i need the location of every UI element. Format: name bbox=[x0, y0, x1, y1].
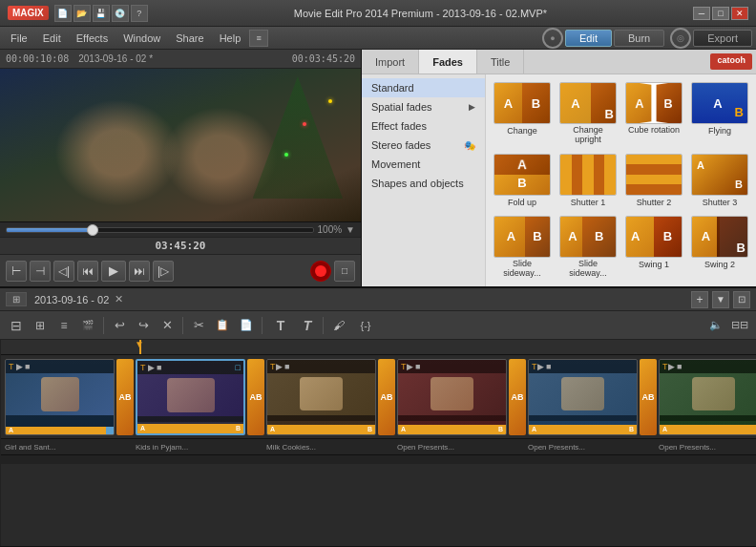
open-icon[interactable]: 📂 bbox=[74, 5, 91, 22]
fade-label-shutter1: Shutter 1 bbox=[571, 198, 606, 207]
fade-item-shutter1[interactable]: Shutter 1 bbox=[557, 152, 619, 209]
timeline-expand-button[interactable]: ⊡ bbox=[733, 291, 750, 308]
fade-label-shutter3: Shutter 3 bbox=[703, 198, 738, 207]
fade-item-shutter3[interactable]: A B Shutter 3 bbox=[689, 152, 750, 209]
help-icon[interactable]: ? bbox=[131, 5, 148, 22]
tab-import[interactable]: Import bbox=[362, 50, 419, 74]
category-stereo-fades[interactable]: Stereo fades 🎭 bbox=[362, 136, 485, 155]
preview-scrubber[interactable]: 100% ▼ bbox=[0, 221, 361, 237]
rewind-button[interactable]: ⏮ bbox=[77, 261, 98, 282]
storyboard-icon[interactable]: ⊞ bbox=[30, 315, 51, 336]
monitor-button[interactable]: □ bbox=[334, 261, 355, 282]
close-button[interactable]: ✕ bbox=[731, 7, 748, 20]
list-icon[interactable]: ≡ bbox=[53, 315, 74, 336]
fade-item-flying[interactable]: A B Flying bbox=[689, 80, 750, 147]
timeline-scrollbar[interactable] bbox=[1, 454, 756, 464]
mode-edit-button[interactable]: Edit bbox=[565, 30, 612, 47]
category-standard[interactable]: Standard bbox=[362, 78, 485, 97]
clip-kids-pyjamas[interactable]: T ▶ ■ □ A B bbox=[136, 359, 245, 435]
new-icon[interactable]: 📄 bbox=[54, 5, 72, 22]
minimize-button[interactable]: ─ bbox=[693, 7, 710, 20]
category-shapes-objects[interactable]: Shapes and objects bbox=[362, 174, 485, 193]
menu-file[interactable]: File bbox=[4, 31, 34, 46]
transition-4[interactable]: AB bbox=[509, 359, 526, 435]
cut-button[interactable]: ✂ bbox=[188, 315, 209, 336]
fade-item-change-upright[interactable]: A B Change upright bbox=[557, 80, 619, 147]
fade-item-fold-up[interactable]: B A Fold up bbox=[492, 152, 553, 209]
transition-3[interactable]: AB bbox=[378, 359, 395, 435]
effect-button[interactable]: {-} bbox=[352, 315, 379, 336]
paint-button[interactable]: 🖌 bbox=[328, 315, 349, 336]
timeline-view-toggle[interactable]: ⊞ bbox=[6, 292, 27, 306]
fade-item-shutter2[interactable]: Shutter 2 bbox=[623, 152, 684, 209]
menu-share[interactable]: Share bbox=[169, 31, 210, 46]
audio-meter-icon: ⊟⊟ bbox=[729, 315, 750, 336]
fade-thumb-slide-sideway2: A B bbox=[559, 216, 617, 258]
fade-thumb-flying: A B bbox=[691, 82, 748, 124]
zoom-level: 100% bbox=[318, 224, 343, 235]
paste-button[interactable]: 📄 bbox=[236, 315, 257, 336]
copy-button[interactable]: 📋 bbox=[212, 315, 233, 336]
fade-item-cube-rotation[interactable]: A B Cube rotation bbox=[623, 80, 684, 147]
fast-forward-button[interactable]: ⏭ bbox=[129, 261, 150, 282]
scrubber-bar[interactable] bbox=[6, 227, 314, 233]
play-button[interactable]: ▶ bbox=[101, 261, 126, 282]
undo-button[interactable]: ↩ bbox=[109, 315, 130, 336]
fades-panel: Import Fades Title catooh Standard Spati… bbox=[362, 50, 756, 286]
fade-item-change[interactable]: A B Change bbox=[492, 80, 553, 147]
title-button[interactable]: T bbox=[267, 315, 294, 336]
fade-label-swing1: Swing 1 bbox=[639, 260, 669, 269]
clip-name-2: Kids in Pyjam... bbox=[136, 443, 245, 452]
timeline-close-icon[interactable]: ✕ bbox=[115, 293, 123, 305]
next-frame-button[interactable]: |▷ bbox=[153, 261, 174, 282]
timeline-add-button[interactable]: + bbox=[691, 291, 708, 308]
playhead[interactable]: ▼ bbox=[139, 340, 141, 354]
delete-button[interactable]: ✕ bbox=[157, 315, 178, 336]
clip-open-presents-2[interactable]: T ▶ ■ A B bbox=[528, 359, 638, 435]
extra-icon[interactable]: ≡ bbox=[249, 30, 268, 47]
mark-in-button[interactable]: ⊢ bbox=[6, 261, 27, 282]
scene-icon[interactable]: 🎬 bbox=[77, 315, 98, 336]
transition-2[interactable]: AB bbox=[247, 359, 264, 435]
timeline-body: ▼ T ▶ ■ A B bbox=[0, 340, 756, 546]
mode-export-button[interactable]: Export bbox=[693, 30, 752, 47]
category-effect-fades[interactable]: Effect fades bbox=[362, 116, 485, 136]
category-movement[interactable]: Movement bbox=[362, 155, 485, 174]
tab-title[interactable]: Title bbox=[477, 50, 524, 74]
transition-5[interactable]: AB bbox=[640, 359, 657, 435]
fade-item-slide-sideway2[interactable]: A B Slide sideway... bbox=[557, 214, 619, 281]
record-button[interactable] bbox=[310, 261, 331, 282]
title-effects-button[interactable]: T bbox=[297, 315, 318, 336]
fade-item-swing1[interactable]: A B Swing 1 bbox=[623, 214, 684, 281]
fade-item-swing2[interactable]: A B Swing 2 bbox=[689, 214, 750, 281]
zoom-down-icon[interactable]: ▼ bbox=[346, 224, 355, 235]
mark-out-button[interactable]: ⊣ bbox=[30, 261, 51, 282]
menu-edit[interactable]: Edit bbox=[36, 31, 68, 46]
menu-window[interactable]: Window bbox=[116, 31, 167, 46]
clip-milk-cookies[interactable]: T ▶ ■ A B bbox=[266, 359, 376, 435]
clip-name-4: Open Presents... bbox=[397, 443, 507, 452]
prev-frame-button[interactable]: ◁| bbox=[53, 261, 74, 282]
view-icon[interactable]: ⊟ bbox=[6, 315, 27, 336]
tab-fades[interactable]: Fades bbox=[419, 50, 477, 74]
maximize-button[interactable]: □ bbox=[712, 7, 729, 20]
clip-open-presents-3[interactable]: T ▶ ■ A B bbox=[659, 359, 756, 435]
clip-girl-santa[interactable]: T ▶ ■ A B bbox=[5, 359, 115, 435]
menu-help[interactable]: Help bbox=[213, 31, 248, 46]
save-icon[interactable]: 💾 bbox=[93, 5, 110, 22]
clip-open-presents-1[interactable]: T ▶ ■ A B bbox=[397, 359, 507, 435]
redo-button[interactable]: ↪ bbox=[133, 315, 154, 336]
menu-effects[interactable]: Effects bbox=[70, 31, 115, 46]
category-spatial-fades[interactable]: Spatial fades▶ bbox=[362, 97, 485, 116]
burn-icon[interactable]: 💿 bbox=[112, 5, 129, 22]
fade-item-slide-sideway1[interactable]: A B Slide sideway... bbox=[492, 214, 553, 281]
clip-name-3: Milk Cookies... bbox=[266, 443, 376, 452]
mute-button[interactable]: 🔈 bbox=[705, 315, 726, 336]
catooh-badge[interactable]: catooh bbox=[710, 53, 752, 70]
mode-burn-button[interactable]: Burn bbox=[614, 30, 664, 47]
fade-label-change: Change bbox=[507, 126, 537, 136]
timeline-menu-button[interactable]: ▼ bbox=[712, 291, 729, 308]
timeline-header: ⊞ 2013-09-16 - 02 ✕ + ▼ ⊡ bbox=[0, 288, 756, 311]
preview-video bbox=[0, 69, 361, 221]
transition-1[interactable]: AB bbox=[116, 359, 134, 435]
